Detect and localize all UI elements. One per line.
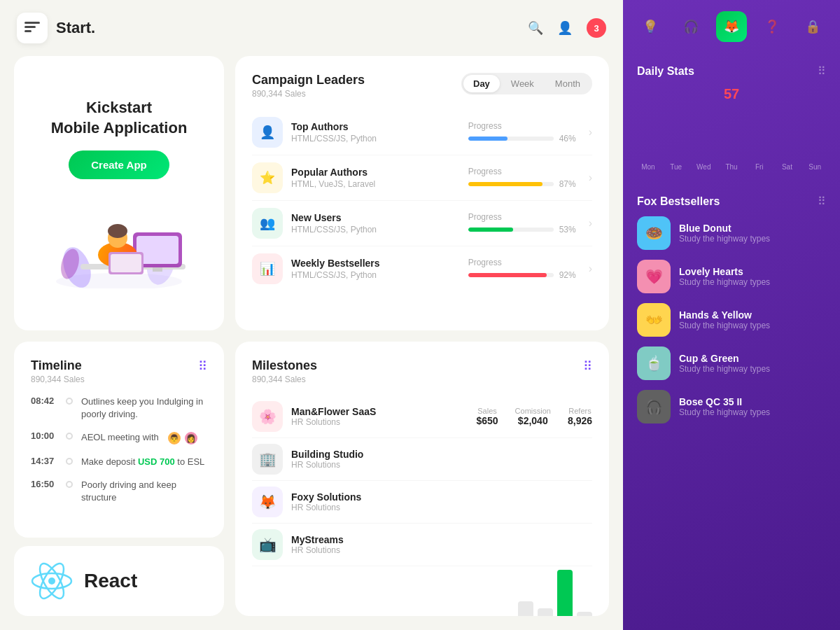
milestone-info-1: Man&Flower SaaS HR Solutions (291, 406, 468, 427)
illustration (31, 190, 207, 288)
fox-title: Fox Bestsellers (637, 195, 720, 208)
milestone-row-4: 📺 MyStreams HR Solutions (252, 524, 592, 566)
bestseller-item-3: 👐 Hands & Yellow Study the highway types (637, 303, 826, 337)
milestones-menu[interactable]: ⠿ (583, 358, 592, 374)
campaign-header: Campaign Leaders 890,344 Sales Day Week … (252, 73, 592, 99)
header-left: Start. (17, 13, 95, 43)
bestseller-info-5: Bose QC 35 II Study the highway types (679, 396, 826, 417)
sidebar-icon-lightbulb[interactable]: 💡 (635, 11, 666, 42)
campaign-progress-1: Progress 46% (468, 121, 580, 144)
mini-bar-3 (557, 570, 573, 616)
bestseller-img-3: 👐 (637, 303, 671, 337)
bestseller-img-5: 🎧 (637, 390, 671, 424)
campaign-row-3: 👥 New Users HTML/CSS/JS, Python Progress… (252, 201, 592, 246)
milestones-card: Milestones 890,344 Sales ⠿ 🌸 Man&Flower … (235, 342, 609, 616)
campaign-icon-3: 👥 (252, 208, 283, 239)
header-right: 🔍 👤 3 (528, 18, 606, 38)
svg-rect-15 (111, 254, 141, 272)
svg-point-13 (108, 224, 127, 238)
content-grid: Kickstart Mobile Application Create App (0, 56, 623, 630)
tab-month[interactable]: Month (545, 75, 590, 92)
timeline-items: 08:42 Outlines keep you Indulging in poo… (31, 396, 207, 514)
timeline-title: Timeline (31, 358, 85, 373)
milestone-row-3: 🦊 Foxy Solutions HR Solutions (252, 481, 592, 524)
campaign-icon-4: 📊 (252, 253, 283, 284)
peak-value: 57 (637, 86, 826, 102)
bestseller-info-1: Blue Donut Study the highway types (679, 223, 826, 244)
create-app-button[interactable]: Create App (69, 150, 169, 179)
kickstart-title: Kickstart Mobile Application (51, 98, 188, 138)
mini-bar-1 (518, 601, 533, 616)
fox-header: Fox Bestsellers ⠿ (637, 195, 826, 208)
bar-thu: Thu (720, 160, 743, 171)
timeline-card: Timeline 890,344 Sales ⠿ 08:42 Outlines … (14, 342, 224, 538)
notification-badge[interactable]: 3 (587, 18, 606, 38)
tab-day[interactable]: Day (463, 75, 500, 92)
bestseller-img-2: 💗 (637, 260, 671, 293)
campaign-row-2: ⭐ Popular Authors HTML, VueJS, Laravel P… (252, 155, 592, 201)
sidebar-icon-lock[interactable]: 🔒 (797, 11, 828, 42)
daily-stats-header: Daily Stats ⠿ (637, 64, 826, 78)
fox-bestsellers-section: Fox Bestsellers ⠿ 🍩 Blue Donut Study the… (623, 188, 840, 630)
bestseller-item-1: 🍩 Blue Donut Study the highway types (637, 216, 826, 250)
period-tabs: Day Week Month (461, 73, 592, 94)
milestone-row-2: 🏢 Building Studio HR Solutions (252, 438, 592, 481)
bar-tue: Tue (665, 160, 687, 171)
bar-sun: Sun (804, 160, 826, 171)
bestseller-img-1: 🍩 (637, 216, 671, 250)
daily-stats-menu[interactable]: ⠿ (818, 64, 826, 78)
bestseller-info-3: Hands & Yellow Study the highway types (679, 309, 826, 330)
sidebar-icon-fox[interactable]: 🦊 (716, 11, 747, 42)
campaign-arrow-1[interactable]: › (589, 126, 592, 139)
daily-stats-title: Daily Stats (637, 65, 694, 78)
campaign-title: Campaign Leaders (252, 73, 365, 88)
bestseller-img-4: 🍵 (637, 346, 671, 380)
timeline-header: Timeline 890,344 Sales ⠿ (31, 358, 207, 384)
sidebar: 💡 🎧 🦊 ❓ 🔒 Daily Stats ⠿ 57 Mon Tue Wed T… (623, 0, 840, 630)
bestseller-info-4: Cup & Green Study the highway types (679, 353, 826, 374)
header: Start. 🔍 👤 3 (0, 0, 623, 56)
campaign-title-group: Campaign Leaders 890,344 Sales (252, 73, 365, 99)
search-icon[interactable]: 🔍 (528, 20, 543, 36)
daily-stats-section: Daily Stats ⠿ 57 Mon Tue Wed Thu Fri Sat… (623, 53, 840, 188)
react-icon (31, 560, 73, 602)
react-label: React (84, 570, 137, 592)
campaign-info-2: Popular Authors HTML, VueJS, Laravel (291, 167, 460, 189)
milestone-icon-1: 🌸 (252, 401, 283, 432)
bar-fri: Fri (748, 160, 771, 171)
bar-sat: Sat (776, 160, 799, 171)
campaign-rows: 👤 Top Authors HTML/CSS/JS, Python Progre… (252, 110, 592, 291)
svg-rect-0 (24, 22, 40, 24)
milestone-info-2: Building Studio HR Solutions (291, 449, 438, 470)
campaign-arrow-3[interactable]: › (589, 217, 592, 230)
timeline-menu[interactable]: ⠿ (198, 358, 207, 374)
campaign-info-3: New Users HTML/CSS/JS, Python (291, 212, 460, 234)
mini-bar-2 (538, 608, 553, 616)
campaign-arrow-4[interactable]: › (589, 262, 592, 275)
timeline-item: 08:42 Outlines keep you Indulging in poo… (31, 396, 207, 421)
svg-point-16 (48, 578, 55, 584)
svg-rect-10 (153, 267, 162, 272)
milestone-info-4: MyStreams HR Solutions (291, 534, 438, 555)
sidebar-icon-headphone[interactable]: 🎧 (676, 11, 706, 42)
timeline-item: 14:37 Make deposit USD 700 to ESL (31, 456, 207, 468)
campaign-progress-2: Progress 87% (468, 167, 580, 189)
timeline-item: 16:50 Poorly driving and keep structure (31, 479, 207, 504)
bar-mon: Mon (637, 160, 659, 171)
tab-week[interactable]: Week (501, 75, 544, 92)
milestones-subtitle: 890,344 Sales (252, 374, 317, 384)
sidebar-icon-question[interactable]: ❓ (757, 11, 788, 42)
campaign-arrow-2[interactable]: › (589, 172, 592, 184)
bestseller-item-4: 🍵 Cup & Green Study the highway types (637, 346, 826, 380)
bestseller-item-5: 🎧 Bose QC 35 II Study the highway types (637, 390, 826, 424)
bar-wed: Wed (692, 160, 715, 171)
fox-menu[interactable]: ⠿ (818, 195, 826, 208)
milestone-icon-3: 🦊 (252, 486, 283, 517)
milestone-icon-4: 📺 (252, 529, 283, 560)
milestones-title: Milestones (252, 358, 317, 373)
campaign-info-1: Top Authors HTML/CSS/JS, Python (291, 121, 460, 144)
svg-rect-1 (24, 26, 36, 28)
user-icon[interactable]: 👤 (557, 20, 573, 36)
kickstart-card: Kickstart Mobile Application Create App (14, 56, 224, 330)
bar-chart: Mon Tue Wed Thu Fri Sat Sun (637, 108, 826, 171)
